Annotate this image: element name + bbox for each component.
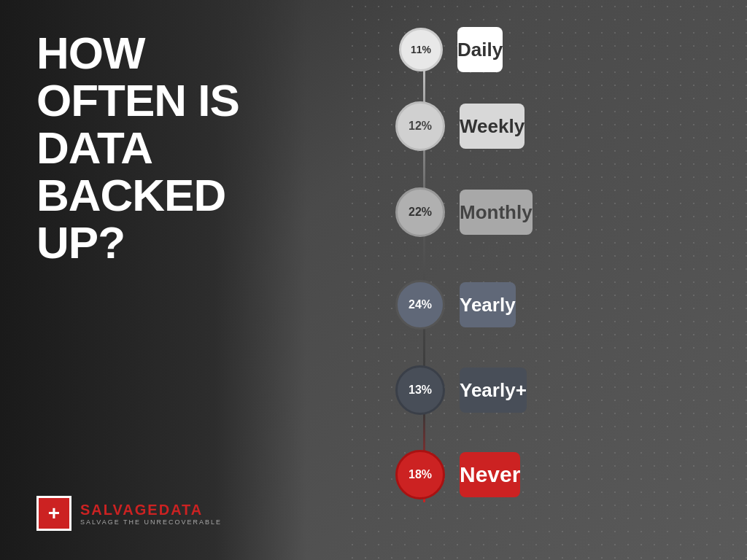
chart-row-never: 18% Never <box>395 450 520 499</box>
percent-yearlyplus: 13% <box>409 384 432 397</box>
main-content: How often is data backed up? + SALVAGEDA… <box>0 0 747 560</box>
page-title: How often is data backed up? <box>36 29 277 266</box>
label-box-weekly: Weekly <box>460 104 525 149</box>
label-box-monthly: Monthly <box>460 190 533 235</box>
label-box-daily: Daily <box>457 27 503 72</box>
chart-row-yearly: 24% Yearly <box>395 280 516 330</box>
bubble-never: 18% <box>395 450 445 499</box>
right-panel: 11% Daily 12% Weekly 22% <box>306 0 747 560</box>
bubble-monthly: 22% <box>395 187 445 237</box>
logo-name-part2: DATA <box>159 502 204 518</box>
logo-icon: + <box>36 496 71 531</box>
label-box-yearly: Yearly <box>460 282 516 327</box>
logo-tagline: SALVAGE THE UNRECOVERABLE <box>80 518 222 526</box>
bubble-yearlyplus: 13% <box>395 365 445 415</box>
label-monthly-text: Monthly <box>460 201 533 224</box>
label-yearlyplus-text: Yearly+ <box>460 379 527 402</box>
bubble-weekly: 12% <box>395 101 445 151</box>
left-panel: How often is data backed up? + SALVAGEDA… <box>0 0 306 560</box>
percent-monthly: 22% <box>409 206 432 219</box>
logo-name: SALVAGEDATA <box>80 502 222 518</box>
bubble-yearly: 24% <box>395 280 445 330</box>
percent-daily: 11% <box>411 44 431 55</box>
bubble-daily: 11% <box>399 28 443 71</box>
chart-container: 11% Daily 12% Weekly 22% <box>374 21 680 546</box>
logo-name-part1: SALVAGE <box>80 502 159 518</box>
chart-row-daily: 11% Daily <box>399 27 503 72</box>
label-daily-text: Daily <box>457 39 503 61</box>
chart-row-weekly: 12% Weekly <box>395 101 525 151</box>
chart-row-yearlyplus: 13% Yearly+ <box>395 365 527 415</box>
percent-yearly: 24% <box>409 298 432 311</box>
label-weekly-text: Weekly <box>460 115 525 138</box>
percent-never: 18% <box>409 468 432 481</box>
logo: + SALVAGEDATA SALVAGE THE UNRECOVERABLE <box>36 496 277 531</box>
label-yearly-text: Yearly <box>460 294 516 316</box>
label-never-text: Never <box>460 462 520 487</box>
label-box-never: Never <box>460 452 520 497</box>
percent-weekly: 12% <box>409 120 432 133</box>
label-box-yearlyplus: Yearly+ <box>460 368 527 413</box>
logo-text: SALVAGEDATA SALVAGE THE UNRECOVERABLE <box>80 502 222 526</box>
chart-row-monthly: 22% Monthly <box>395 187 533 237</box>
logo-plus-symbol: + <box>48 503 60 524</box>
